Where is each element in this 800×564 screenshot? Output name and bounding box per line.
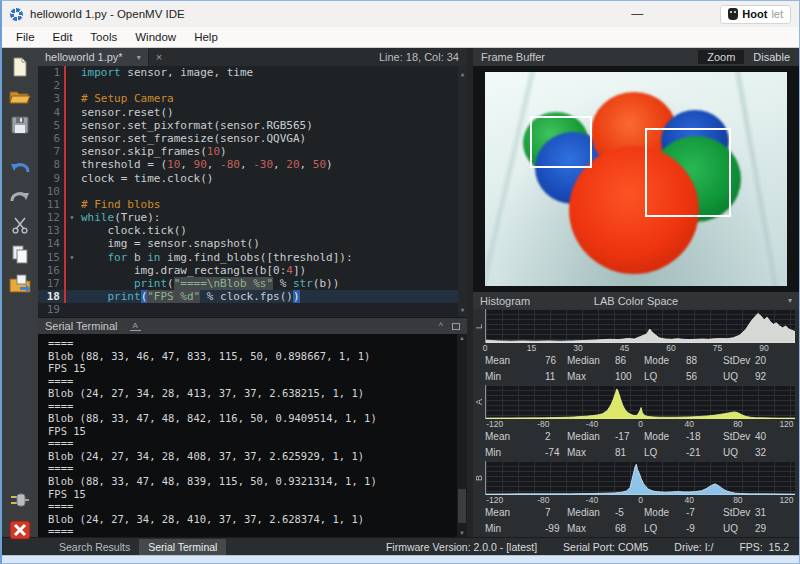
stat-value: 88 (686, 355, 697, 366)
cut-button[interactable] (8, 214, 32, 236)
line-number: 16 (38, 264, 64, 277)
code-line[interactable]: 8threshold = (10, 90, -80, -30, 20, 50) (38, 158, 458, 171)
scroll-up-icon[interactable]: ▲ (457, 335, 467, 341)
code-line[interactable]: 9clock = time.clock() (38, 172, 458, 185)
scroll-down-icon[interactable]: ▼ (457, 530, 467, 536)
tab-helloworld[interactable]: helloworld 1.py* ▾ (38, 48, 148, 66)
frame-buffer-view (473, 66, 799, 292)
redo-button[interactable] (8, 185, 32, 207)
terminal-line: Blob (24, 27, 34, 28, 413, 37, 37, 2.638… (48, 387, 457, 400)
stat-value: 86 (615, 355, 626, 366)
terminal-line: Blob (24, 27, 34, 28, 408, 37, 37, 2.625… (48, 450, 457, 463)
serial-terminal[interactable]: ====Blob (88, 33, 46, 47, 833, 115, 50, … (38, 334, 467, 537)
stat-label: LQ (644, 523, 657, 534)
histogram-axis-ticks: 0153045607590 (485, 343, 795, 353)
open-file-button[interactable] (8, 85, 32, 107)
stat-label: Median (567, 507, 600, 518)
code-token: sensor.reset() (81, 106, 174, 119)
scroll-down-icon[interactable]: ▼ (461, 303, 465, 316)
channel-label: A (473, 385, 485, 419)
menu-help[interactable]: Help (185, 31, 227, 43)
editor-scrollbar[interactable]: ▲ ▼ (458, 66, 467, 317)
menu-window[interactable]: Window (126, 31, 185, 43)
code-line[interactable]: 3# Setup Camera (38, 92, 458, 105)
terminal-clear-icon[interactable]: A (130, 321, 141, 331)
line-number: 15 (38, 251, 64, 264)
code-line[interactable]: 2 (38, 79, 458, 92)
code-line[interactable]: 16 img.draw_rectangle(b[0:4]) (38, 264, 458, 277)
connect-button[interactable] (8, 490, 32, 512)
code-token (81, 277, 134, 290)
undo-icon (9, 159, 31, 175)
terminal-line: ==== (48, 525, 457, 537)
code-token: 20 (286, 158, 299, 171)
code-editor[interactable]: 1import sensor, image, time23# Setup Cam… (38, 66, 467, 317)
code-text: clock = time.clock() (78, 172, 458, 185)
terminal-line: Blob (88, 33, 47, 48, 842, 116, 50, 0.94… (48, 412, 457, 425)
connect-plug-icon (9, 493, 31, 509)
stat-label: Mode (644, 431, 669, 442)
colorspace-select[interactable]: LAB Color Space (473, 295, 799, 307)
owl-icon (728, 8, 738, 20)
stat-label: Median (567, 355, 600, 366)
line-number: 3 (38, 92, 64, 105)
code-line[interactable]: 19 (38, 303, 458, 316)
undo-button[interactable] (8, 156, 32, 178)
code-line[interactable]: 15▾ for b in img.find_blobs([threshold])… (38, 251, 458, 264)
tab-serial-terminal[interactable]: Serial Terminal (139, 539, 226, 555)
axis-tick-label: 40 (684, 419, 693, 429)
code-token: sensor.set_framesize(sensor.QQVGA) (81, 132, 306, 145)
line-number: 5 (38, 119, 64, 132)
histogram-chart (485, 309, 795, 343)
chevron-down-icon[interactable]: ▾ (788, 296, 792, 305)
stat-value: 20 (755, 355, 766, 366)
code-token: 10 (207, 145, 220, 158)
code-line[interactable]: 12▾while(True): (38, 211, 458, 224)
code-line[interactable]: 13 clock.tick() (38, 224, 458, 237)
tab-close-button[interactable]: × (148, 51, 169, 63)
stat-value: -18 (686, 431, 700, 442)
frame-buffer-title: Frame Buffer (481, 51, 545, 63)
fold-marker-icon[interactable]: ▾ (66, 251, 78, 264)
code-line[interactable]: 18 print("FPS %d" % clock.fps()) (38, 290, 458, 303)
code-line[interactable]: 10 (38, 185, 458, 198)
terminal-scrollbar[interactable]: ▲ ▼ (457, 334, 467, 537)
menu-file[interactable]: File (7, 31, 44, 43)
code-line[interactable]: 4sensor.reset() (38, 106, 458, 119)
code-line[interactable]: 11# Find blobs (38, 198, 458, 211)
save-button[interactable] (8, 114, 32, 136)
copy-button[interactable] (8, 243, 32, 265)
hootlet-badge[interactable]: Hootlet (720, 5, 791, 24)
menu-edit[interactable]: Edit (44, 31, 82, 43)
histogram-stats-row: Mean2Median-17Mode-18StDev40 (473, 429, 799, 445)
fold-marker-icon[interactable]: ▾ (66, 211, 78, 224)
line-number: 1 (38, 66, 64, 79)
stat-value: 29 (755, 523, 766, 534)
scroll-up-icon[interactable]: ▲ (461, 67, 465, 80)
code-text: while(True): (78, 211, 458, 224)
paste-button[interactable] (8, 272, 32, 294)
stat-label: Mode (644, 507, 669, 518)
scrollbar-thumb[interactable] (458, 489, 466, 523)
axis-tick-label: 90 (759, 343, 768, 353)
open-folder-icon (9, 88, 31, 105)
zoom-button[interactable]: Zoom (698, 50, 744, 64)
code-line[interactable]: 14 img = sensor.snapshot() (38, 237, 458, 250)
code-line[interactable]: 17 print("====\nBlob %s" % str(b)) (38, 277, 458, 290)
code-line[interactable]: 5sensor.set_pixformat(sensor.RGB565) (38, 119, 458, 132)
tab-search-results[interactable]: Search Results (50, 539, 139, 555)
code-token: sensor, image, time (121, 66, 253, 79)
code-line[interactable]: 7sensor.skip_frames(10) (38, 145, 458, 158)
stat-value: 76 (545, 355, 556, 366)
collapse-panel-icon[interactable]: ^ (439, 321, 443, 331)
tab-dropdown-caret-icon[interactable]: ▾ (137, 53, 141, 62)
new-file-button[interactable] (8, 56, 32, 78)
menu-tools[interactable]: Tools (81, 31, 126, 43)
code-line[interactable]: 6sensor.set_framesize(sensor.QQVGA) (38, 132, 458, 145)
frame-buffer-header: Frame Buffer Zoom Disable (473, 48, 799, 66)
detach-panel-icon[interactable] (452, 323, 460, 330)
minimize-button[interactable]: — (623, 7, 651, 21)
disable-button[interactable]: Disable (744, 50, 799, 64)
code-line[interactable]: 1import sensor, image, time (38, 66, 458, 79)
stop-script-button[interactable] (8, 519, 32, 541)
